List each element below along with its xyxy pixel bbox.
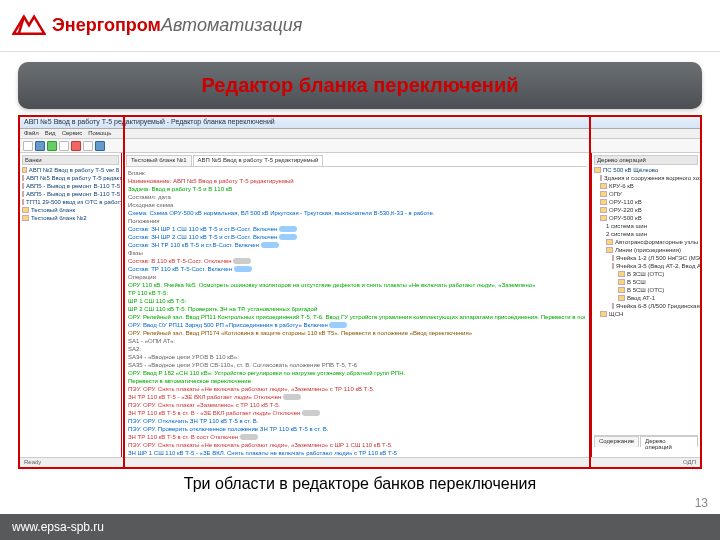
- tree-node[interactable]: КРУ-6 кВ: [594, 182, 698, 190]
- doc-line: Исходная схема: [128, 201, 585, 209]
- toolbar-icon[interactable]: [35, 141, 45, 151]
- doc-line: Состав: ЗН ШР 2 СШ 110 кВ Т-5 и ст.В-Сос…: [128, 233, 585, 241]
- tree-node[interactable]: В 5СШ: [594, 278, 698, 286]
- doc-line: ОРУ. Ввод ОУ РП11 Заряд 500 РП «Присоеди…: [128, 321, 585, 329]
- brand-text: ЭнергопромАвтоматизация: [52, 15, 302, 36]
- doc-line: ОРУ 110 кВ, Ячейка №5. Осмотреть ошиновк…: [128, 281, 585, 289]
- toolbar-icon[interactable]: [83, 141, 93, 151]
- folder-icon: [22, 207, 29, 213]
- right-panel-head: Дерево операций: [594, 155, 698, 165]
- doc-line: Состав: ЗН ТР 110 кВ Т-5 и ст.В-Сост. Вк…: [128, 241, 585, 249]
- tree-node[interactable]: В 3СШ (ОТС): [594, 270, 698, 278]
- folder-icon: [606, 239, 613, 245]
- doc-line: ЗН ТР 110 кВ Т-5 в ст. В сост Отключен: [128, 433, 585, 441]
- toggle-icon[interactable]: [240, 434, 258, 440]
- slide-footer: www.epsa-spb.ru: [0, 514, 720, 540]
- left-panel: Банки АВП №2 Ввод в работу Т-5 ver.8АВП …: [20, 153, 122, 457]
- bank-item[interactable]: АВП №2 Ввод в работу Т-5 ver.8: [22, 166, 119, 174]
- toggle-icon[interactable]: [329, 322, 347, 328]
- doc-line: Состав: В 110 кВ Т-5-Сост. Отключен: [128, 257, 585, 265]
- folder-icon: [612, 303, 614, 309]
- tree-node[interactable]: Здания и сооружения водяного хозяйства: [594, 174, 698, 182]
- document-body: БланкНаименование: АВП №5 Ввод в работу …: [126, 167, 587, 457]
- status-right: ОДП: [683, 459, 696, 466]
- tree-node[interactable]: В 5СШ (ОТС): [594, 286, 698, 294]
- mid-panel: Тестовый бланк №1АВП №5 Ввод в работу Т-…: [122, 153, 592, 457]
- doc-line: Схема: Схема ОРУ-500 кВ нормальная, ВЛ 5…: [128, 209, 585, 217]
- doc-line: ШР 2 СШ 110 кВ Т-5. Проверить ЗН на ТР, …: [128, 305, 585, 313]
- bank-item[interactable]: Тестовый бланк №2: [22, 214, 119, 222]
- folder-icon: [594, 167, 601, 173]
- tree-root[interactable]: ПС 500 кВ Щёлково: [594, 166, 698, 174]
- menu-item[interactable]: Файл: [24, 130, 39, 137]
- document-tab[interactable]: АВП №5 Ввод в работу Т-5 редактируемый: [193, 155, 324, 166]
- toggle-icon[interactable]: [283, 394, 301, 400]
- right-tab[interactable]: Содержание: [594, 436, 639, 447]
- doc-line: Задача: Ввод в работу Т-5 и В 110 кВ: [128, 185, 585, 193]
- tree-node[interactable]: Автотрансформаторные узлы: [594, 238, 698, 246]
- document-tab[interactable]: Тестовый бланк №1: [126, 155, 192, 166]
- doc-line: ПЭУ. ОРУ. Проверить отключенное положени…: [128, 425, 585, 433]
- doc-line: ПЭУ. ОРУ. Отключить ЗН ТР 110 кВ Т-5 в с…: [128, 417, 585, 425]
- toggle-icon[interactable]: [261, 242, 279, 248]
- folder-icon: [22, 215, 29, 221]
- menu-item[interactable]: Вид: [45, 130, 56, 137]
- tree-node[interactable]: ОРУ-500 кВ: [594, 214, 698, 222]
- app-titlebar: АВП №5 Ввод в работу Т-5 редактируемый -…: [20, 117, 700, 129]
- bank-item[interactable]: Тестовый бланк: [22, 206, 119, 214]
- toggle-icon[interactable]: [279, 226, 297, 232]
- folder-icon: [618, 279, 625, 285]
- status-bar: Ready ОДП: [20, 457, 700, 467]
- toggle-icon[interactable]: [302, 410, 320, 416]
- folder-icon: [612, 263, 614, 269]
- menu-item[interactable]: Помощь: [88, 130, 111, 137]
- right-panel: Дерево операций ПС 500 кВ ЩёлковоЗдания …: [592, 153, 700, 457]
- app-menu-bar: ФайлВидСервисПомощь: [20, 129, 700, 139]
- tree-node[interactable]: ОПУ: [594, 190, 698, 198]
- menu-item[interactable]: Сервис: [62, 130, 83, 137]
- app-body: Банки АВП №2 Ввод в работу Т-5 ver.8АВП …: [20, 153, 700, 457]
- bank-item[interactable]: АВП5 - Вывод в ремонт В-110 Т-5 редактир…: [22, 190, 119, 198]
- folder-icon: [600, 215, 607, 221]
- toolbar-icon[interactable]: [59, 141, 69, 151]
- doc-line: Наименование: АВП №5 Ввод в работу Т-5 р…: [128, 177, 585, 185]
- toolbar-icon[interactable]: [23, 141, 33, 151]
- toggle-icon[interactable]: [234, 266, 252, 272]
- toolbar-icon[interactable]: [47, 141, 57, 151]
- status-left: Ready: [24, 459, 41, 466]
- tree-node[interactable]: 2 система шин: [594, 230, 698, 238]
- bank-item[interactable]: ТГП1 29-500 ввод из ОТС в работу (тестов…: [22, 198, 119, 206]
- logo: ЭнергопромАвтоматизация: [12, 13, 302, 39]
- tree-node[interactable]: Ввод АТ-1: [594, 294, 698, 302]
- doc-line: Положения: [128, 217, 585, 225]
- slide-title-pill: Редактор бланка переключений: [18, 62, 702, 109]
- doc-line: ОРУ. Релейный зал. Ввод РП174 «Котловина…: [128, 329, 585, 337]
- doc-line: Состав: ТР 110 кВ Т-5-Сост. Включен: [128, 265, 585, 273]
- folder-icon: [600, 183, 607, 189]
- tree-node[interactable]: ЩСН: [594, 310, 698, 318]
- toggle-icon[interactable]: [279, 234, 297, 240]
- tree-node[interactable]: 1 система шин: [594, 222, 698, 230]
- toolbar-icon[interactable]: [71, 141, 81, 151]
- tree-node[interactable]: Ячейка 3-5 (Ввод АТ-2, Ввод АТ-3, GZDC): [594, 262, 698, 270]
- right-tab[interactable]: Дерево операций: [640, 436, 698, 447]
- toolbar-icon[interactable]: [95, 141, 105, 151]
- doc-line: ПЭУ. ОРУ. Снять плакат «Заземлено» с ТР …: [128, 401, 585, 409]
- bank-item[interactable]: АВП №5 Ввод в работу Т-5 редактируемый: [22, 174, 119, 182]
- footer-url[interactable]: www.epsa-spb.ru: [12, 520, 104, 534]
- tree-node[interactable]: Ячейка 6-8 (Л/500 Гридинская (МТС), Ввод…: [594, 302, 698, 310]
- slide-title: Редактор бланка переключений: [196, 72, 525, 99]
- bank-item[interactable]: АВП5 - Вывод в ремонт В-110 Т-5 стр.1: [22, 182, 119, 190]
- doc-line: ЗН ШР 1 СШ 110 кВ Т-5 - «ЗЕ ВКЛ. Снять п…: [128, 449, 585, 457]
- toggle-icon[interactable]: [233, 258, 251, 264]
- doc-line: SА34 - «Вводное цепи УРОВ В 110 кВ»:: [128, 353, 585, 361]
- doc-line: ОРУ. Релейный зал. Ввод РП11 Контрольных…: [128, 313, 585, 321]
- tree-node[interactable]: ОРУ-220 кВ: [594, 206, 698, 214]
- doc-line: ЗН ТР 110 кВ Т-5 в ст. В - «ЗЕ ВКЛ работ…: [128, 409, 585, 417]
- doc-line: Фазы: [128, 249, 585, 257]
- tree-node[interactable]: ОРУ-110 кВ: [594, 198, 698, 206]
- tree-node[interactable]: Ячейка 1-2 (Л 500 НяГЭС (МЭС), Ввод АТ-1…: [594, 254, 698, 262]
- app-window: АВП №5 Ввод в работу Т-5 редактируемый -…: [20, 117, 700, 467]
- folder-icon: [612, 255, 614, 261]
- tree-node[interactable]: Линии (присоединения): [594, 246, 698, 254]
